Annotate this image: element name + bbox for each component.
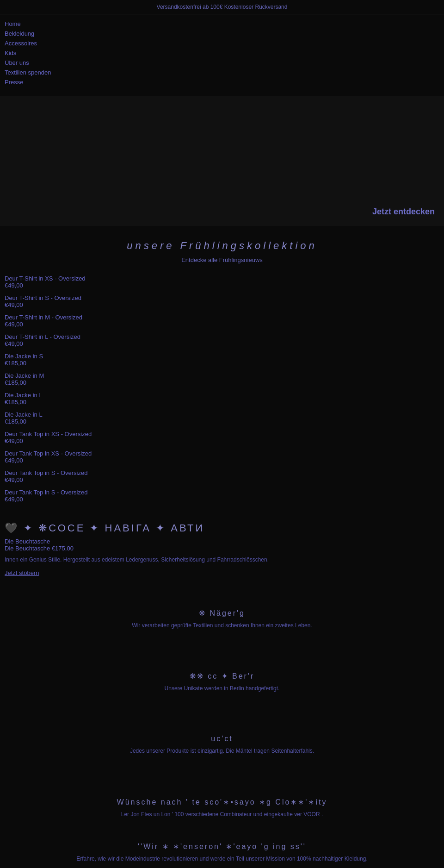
product-item[interactable]: Deur T-Shirt in L - Oversized€49,00	[5, 333, 439, 347]
main-nav: HomeBekleidungAccessoiresKidsÜber unsTex…	[0, 14, 444, 92]
nav-presse[interactable]: Presse	[5, 77, 444, 87]
product-price: €49,00	[5, 301, 439, 308]
product-name: Die Jacke in M	[5, 372, 439, 379]
product-name: Deur Tank Top in XS - Oversized	[5, 431, 439, 437]
info-section-qualitaet: uc'ct Jedes unserer Produkte ist einziga…	[0, 721, 444, 769]
product-price: €49,00	[5, 476, 439, 483]
banner-subtitle: Ler Jon Ftes un Lon ' 100 verschiedene C…	[28, 810, 416, 819]
top-bar-text: Versandkostenfrei ab 100€ Kostenloser Rü…	[157, 4, 288, 10]
product-name: Die Jacke in L	[5, 392, 439, 399]
product-price: €49,00	[5, 340, 439, 347]
blog-title: ''Wir ∗ ∗'enseron' ∗'eayo 'g ing ss''	[28, 842, 416, 851]
spring-subtitle[interactable]: Entdecke alle Frühlingsnieuws	[0, 256, 444, 263]
product-price: €49,00	[5, 437, 439, 444]
hero-section: Jetzt entdecken	[0, 96, 444, 226]
product-name: Deur T-Shirt in M - Oversized	[5, 314, 439, 321]
product-price: €185,00	[5, 399, 439, 406]
product-price: €49,00	[5, 496, 439, 503]
product-item[interactable]: Die Jacke in S€185,00	[5, 353, 439, 367]
product-item[interactable]: Deur Tank Top in XS - Oversized€49,00	[5, 431, 439, 444]
product-name: Deur T-Shirt in S - Oversized	[5, 294, 439, 301]
product-item[interactable]: Deur T-Shirt in XS - Oversized€49,00	[5, 275, 439, 289]
product-price: €185,00	[5, 418, 439, 425]
featured-cta-button[interactable]: Jetzt stöbern	[5, 569, 39, 576]
product-name: Deur Tank Top in S - Oversized	[5, 489, 439, 496]
product-name: Deur T-Shirt in L - Oversized	[5, 333, 439, 340]
info-container: ❋ Näger'g Wir verarbeiten geprüfte Texti…	[0, 595, 444, 770]
info-text-handgefertigt: Unsere Unikate werden in Berlin handgefe…	[28, 684, 416, 693]
banner-title: Wünsche nach ' te sco'∗•sayo ∗g Clo∗∗'∗i…	[28, 798, 416, 806]
product-price: €185,00	[5, 379, 439, 386]
nav-ueber-uns[interactable]: Über uns	[5, 58, 444, 68]
info-title-qualitaet: uc'ct	[28, 735, 416, 743]
top-bar: Versandkostenfrei ab 100€ Kostenloser Rü…	[0, 0, 444, 14]
featured-name: Die Beuchtasche	[5, 538, 439, 545]
product-item[interactable]: Deur T-Shirt in M - Oversized€49,00	[5, 314, 439, 328]
product-item[interactable]: Deur Tank Top in S - Oversized€49,00	[5, 469, 439, 483]
featured-desc: Innen ein Genius Stille. Hergestellt aus…	[5, 556, 439, 564]
banner-section: Wünsche nach ' te sco'∗•sayo ∗g Clo∗∗'∗i…	[0, 784, 444, 833]
blog-subtitle: Erfahre, wie wir die Modeindustrie revol…	[28, 855, 416, 863]
product-item[interactable]: Deur Tank Top in S - Oversized€49,00	[5, 489, 439, 503]
info-text-nachhaltigkeit: Wir verarbeiten geprüfte Textilien und s…	[28, 621, 416, 630]
info-title-handgefertigt: ❋❋ cc ✦ Ber'r	[28, 672, 416, 681]
spring-section: unsere Frühlingskollektion Entdecke alle…	[0, 231, 444, 270]
spring-title: unsere Frühlingskollektion	[0, 240, 444, 252]
product-item[interactable]: Die Jacke in M€185,00	[5, 372, 439, 386]
info-section-nachhaltigkeit: ❋ Näger'g Wir verarbeiten geprüfte Texti…	[0, 595, 444, 644]
product-name: Die Jacke in L	[5, 411, 439, 418]
product-name: Die Jacke in S	[5, 353, 439, 360]
hero-cta-button[interactable]: Jetzt entdecken	[372, 207, 435, 217]
product-price: €49,00	[5, 282, 439, 289]
nav-textilien-spenden[interactable]: Textilien spenden	[5, 68, 444, 77]
product-name: Deur Tank Top in XS - Oversized	[5, 450, 439, 457]
product-item[interactable]: Die Jacke in L€185,00	[5, 411, 439, 425]
product-list: Deur T-Shirt in XS - Oversized€49,00Deur…	[0, 270, 444, 513]
featured-price-line: Die Beuchtasche €175,00	[5, 545, 439, 552]
blog-section: ''Wir ∗ ∗'enseron' ∗'eayo 'g ing ss'' Er…	[0, 833, 444, 868]
product-item[interactable]: Deur Tank Top in XS - Oversized€49,00	[5, 450, 439, 464]
product-name: Deur Tank Top in S - Oversized	[5, 469, 439, 476]
info-text-qualitaet: Jedes unserer Produkte ist einzigartig. …	[28, 747, 416, 756]
featured-section: 🖤 ✦ ❋СОСЕ ✦ НАВІГА ✦ АВТИ Die Beuchtasch…	[0, 518, 444, 581]
product-price: €49,00	[5, 321, 439, 328]
product-name: Deur T-Shirt in XS - Oversized	[5, 275, 439, 282]
product-price: €185,00	[5, 360, 439, 367]
product-item[interactable]: Die Jacke in L€185,00	[5, 392, 439, 406]
product-item[interactable]: Deur T-Shirt in S - Oversized€49,00	[5, 294, 439, 308]
nav-accessoires[interactable]: Accessoires	[5, 38, 444, 48]
nav-kids[interactable]: Kids	[5, 48, 444, 58]
info-section-handgefertigt: ❋❋ cc ✦ Ber'r Unsere Unikate werden in B…	[0, 658, 444, 707]
product-price: €49,00	[5, 457, 439, 464]
featured-tag: 🖤 ✦ ❋СОСЕ ✦ НАВІГА ✦ АВТИ	[5, 522, 439, 534]
nav-bekleidung[interactable]: Bekleidung	[5, 29, 444, 38]
info-title-nachhaltigkeit: ❋ Näger'g	[28, 609, 416, 618]
nav-home[interactable]: Home	[5, 19, 444, 29]
